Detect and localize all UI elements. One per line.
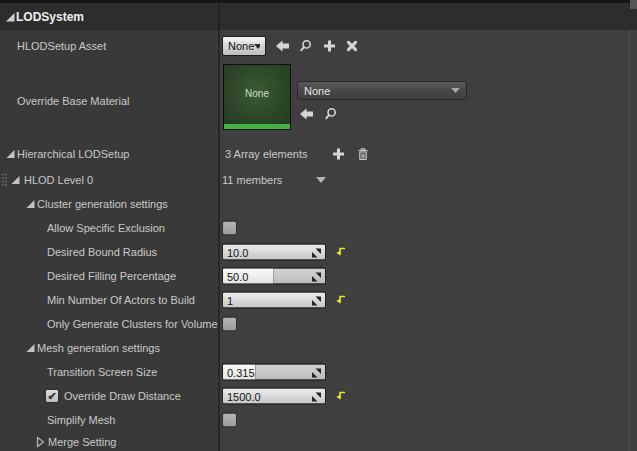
- asset-dropdown-button[interactable]: None: [222, 36, 266, 56]
- simplify-mesh-checkbox[interactable]: [222, 413, 237, 428]
- chevron-down-icon: [316, 177, 326, 183]
- expand-arrow-icon[interactable]: [5, 148, 16, 159]
- value-drag-icon[interactable]: [311, 272, 322, 283]
- row-min-number-of-actors: Min Number Of Actors to Build 1: [0, 288, 637, 312]
- min-number-of-actors-field[interactable]: 1: [222, 292, 326, 309]
- property-label: Desired Filling Percentage: [47, 270, 176, 282]
- allow-specific-exclusion-checkbox[interactable]: [222, 221, 237, 236]
- struct-label: HLOD Level 0: [24, 174, 93, 186]
- property-label: HLODSetup Asset: [17, 40, 106, 52]
- row-override-base-material: Override Base Material None None: [0, 62, 637, 140]
- reset-arrow-icon: [334, 246, 346, 257]
- asset-dropdown-value: None: [228, 40, 254, 52]
- desired-bound-radius-field[interactable]: 10.0: [222, 244, 326, 261]
- browse-to-asset-button[interactable]: [299, 39, 313, 53]
- value-drag-icon[interactable]: [311, 392, 322, 403]
- section-title: LODSystem: [16, 10, 84, 24]
- create-new-asset-button[interactable]: [323, 40, 336, 53]
- reset-arrow-icon: [334, 390, 346, 401]
- drag-handle-icon[interactable]: [1, 172, 8, 188]
- material-thumbnail[interactable]: None: [223, 64, 291, 130]
- browse-to-material-button[interactable]: [324, 107, 338, 121]
- row-merge-setting[interactable]: Merge Setting: [0, 432, 637, 451]
- field-value: 10.0: [223, 245, 325, 259]
- checkmark-icon: ✔: [47, 390, 56, 403]
- close-icon: [346, 40, 358, 52]
- plus-icon: [332, 147, 345, 160]
- expand-arrow-icon[interactable]: [25, 343, 36, 354]
- arrow-left-icon: [276, 40, 291, 52]
- property-label: Allow Specific Exclusion: [47, 222, 165, 234]
- property-label: Simplify Mesh: [47, 414, 115, 426]
- section-header-lodsystem[interactable]: LODSystem: [0, 3, 637, 30]
- value-drag-icon[interactable]: [311, 368, 322, 379]
- chevron-down-icon: [451, 88, 460, 93]
- row-hierarchical-lodsetup: Hierarchical LODSetup 3 Array elements: [0, 140, 637, 167]
- scrollbar-corner: [630, 0, 637, 9]
- row-desired-bound-radius: Desired Bound Radius 10.0: [0, 240, 637, 264]
- reset-to-default-button[interactable]: [334, 291, 346, 309]
- use-selected-asset-button[interactable]: [276, 40, 291, 52]
- material-combo-box[interactable]: None: [297, 81, 467, 100]
- trash-icon: [356, 147, 370, 161]
- property-label: Desired Bound Radius: [47, 246, 157, 258]
- material-combo-value: None: [304, 85, 330, 97]
- search-icon: [324, 107, 338, 121]
- category-label: Cluster generation settings: [37, 198, 168, 210]
- row-transition-screen-size: Transition Screen Size 0.315: [0, 360, 637, 384]
- field-value: 1: [223, 293, 325, 307]
- override-draw-distance-checkbox[interactable]: ✔: [45, 389, 59, 403]
- row-allow-specific-exclusion: Allow Specific Exclusion: [0, 216, 637, 240]
- search-icon: [299, 39, 313, 53]
- property-label: Min Number Of Actors to Build: [47, 294, 195, 306]
- field-value: 0.315: [223, 365, 325, 379]
- reset-to-default-button[interactable]: [334, 387, 346, 405]
- expand-arrow-icon[interactable]: [10, 174, 21, 185]
- override-draw-distance-field[interactable]: 1500.0: [222, 388, 326, 405]
- value-drag-icon[interactable]: [311, 296, 322, 307]
- material-thumbnail-label: None: [245, 88, 269, 99]
- struct-label: Merge Setting: [48, 436, 116, 448]
- row-desired-filling-percentage: Desired Filling Percentage 50.0: [0, 264, 637, 288]
- row-hlod-level-0: HLOD Level 0 11 members: [0, 167, 637, 192]
- row-cluster-generation-settings[interactable]: Cluster generation settings: [0, 192, 637, 216]
- field-value: 1500.0: [223, 389, 325, 403]
- transition-screen-size-field[interactable]: 0.315: [222, 364, 326, 381]
- material-type-strip: [224, 124, 290, 129]
- delete-array-elements-button[interactable]: [356, 147, 370, 161]
- value-drag-icon[interactable]: [311, 248, 322, 259]
- add-array-element-button[interactable]: [332, 147, 345, 160]
- chevron-down-icon: [254, 44, 260, 49]
- property-label: Transition Screen Size: [47, 366, 157, 378]
- clear-asset-button[interactable]: [346, 40, 358, 52]
- property-label: Override Draw Distance: [64, 390, 181, 402]
- members-dropdown-button[interactable]: [316, 177, 326, 183]
- arrow-left-icon: [300, 108, 315, 120]
- use-selected-material-button[interactable]: [300, 108, 315, 120]
- array-label: Hierarchical LODSetup: [17, 148, 130, 160]
- property-label: Only Generate Clusters for Volume: [47, 318, 218, 330]
- row-only-generate-clusters: Only Generate Clusters for Volume: [0, 312, 637, 336]
- row-override-draw-distance: ✔ Override Draw Distance 1500.0: [0, 384, 637, 408]
- reset-to-default-button[interactable]: [334, 243, 346, 261]
- row-mesh-generation-settings[interactable]: Mesh generation settings: [0, 336, 637, 360]
- array-summary: 3 Array elements: [225, 148, 308, 160]
- only-generate-clusters-checkbox[interactable]: [222, 317, 237, 332]
- desired-filling-percentage-field[interactable]: 50.0: [222, 268, 326, 285]
- collapsed-arrow-icon[interactable]: [36, 436, 45, 448]
- plus-icon: [323, 40, 336, 53]
- row-hlodsetup-asset: HLODSetup Asset None: [0, 30, 637, 62]
- struct-summary: 11 members: [222, 174, 282, 186]
- field-value: 50.0: [223, 269, 325, 283]
- expand-arrow-icon[interactable]: [4, 11, 16, 23]
- panel-right-border: [629, 30, 630, 451]
- property-label: Override Base Material: [17, 95, 130, 107]
- expand-arrow-icon[interactable]: [25, 199, 36, 210]
- row-simplify-mesh: Simplify Mesh: [0, 408, 637, 432]
- reset-arrow-icon: [334, 294, 346, 305]
- category-label: Mesh generation settings: [37, 342, 160, 354]
- details-panel: LODSystem HLODSetup Asset None: [0, 0, 637, 451]
